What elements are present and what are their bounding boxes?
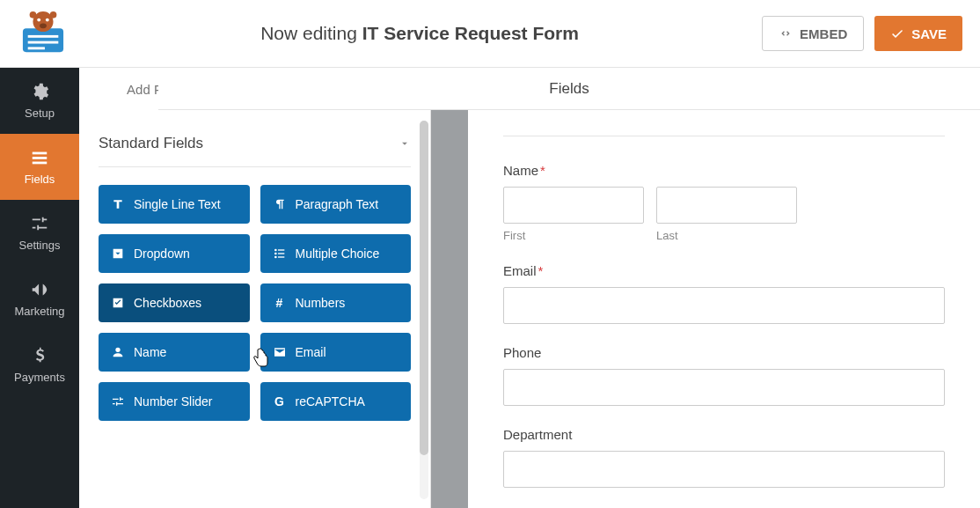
side-nav: Setup Fields Settings Marketing Payments: [0, 68, 79, 508]
first-sublabel: First: [503, 229, 644, 242]
nav-setup[interactable]: Setup: [0, 68, 79, 134]
nav-settings-label: Settings: [19, 239, 61, 252]
preview-field-email[interactable]: Email*: [503, 263, 945, 324]
svg-rect-1: [28, 35, 59, 38]
svg-point-17: [274, 256, 277, 259]
scrollbar-thumb[interactable]: [420, 121, 428, 455]
last-sublabel: Last: [656, 229, 797, 242]
user-icon: [111, 345, 125, 359]
embed-button[interactable]: EMBED: [762, 16, 864, 51]
department-input[interactable]: [503, 451, 945, 488]
nav-payments-label: Payments: [14, 371, 65, 384]
department-label: Department: [503, 427, 945, 442]
sliders-icon: [30, 214, 49, 233]
field-multiple-choice[interactable]: Multiple Choice: [260, 234, 412, 273]
svg-rect-12: [33, 162, 48, 165]
list-icon: [30, 148, 49, 167]
svg-rect-10: [33, 152, 48, 155]
svg-point-6: [46, 18, 49, 22]
svg-rect-11: [33, 157, 48, 159]
svg-point-13: [274, 249, 277, 252]
svg-point-9: [50, 11, 57, 18]
field-number-slider[interactable]: Number Slider: [99, 382, 250, 421]
field-numbers[interactable]: # Numbers: [260, 283, 412, 322]
last-name-input[interactable]: [656, 187, 797, 224]
sliders-h-icon: [111, 394, 125, 409]
embed-label: EMBED: [800, 26, 847, 41]
form-title-divider: [503, 110, 945, 136]
svg-rect-14: [278, 249, 284, 250]
save-label: SAVE: [911, 26, 947, 41]
envelope-icon: [273, 345, 287, 359]
nav-payments[interactable]: Payments: [0, 332, 79, 398]
google-icon: G: [273, 394, 287, 409]
email-input[interactable]: [503, 287, 945, 324]
form-preview: Name* First Last Email* Phone: [468, 110, 980, 508]
field-checkboxes[interactable]: Checkboxes: [99, 283, 250, 322]
nav-marketing[interactable]: Marketing: [0, 266, 79, 332]
field-paragraph-text[interactable]: Paragraph Text: [260, 185, 412, 224]
first-name-input[interactable]: [503, 187, 644, 224]
field-recaptcha[interactable]: G reCAPTCHA: [260, 382, 412, 421]
nav-settings[interactable]: Settings: [0, 200, 79, 266]
svg-point-8: [30, 11, 37, 18]
svg-rect-18: [278, 256, 284, 257]
dollar-icon: [30, 346, 49, 365]
svg-rect-2: [28, 41, 59, 44]
paragraph-icon: [273, 197, 287, 211]
nav-fields-label: Fields: [25, 173, 55, 186]
svg-point-7: [40, 23, 47, 28]
preview-field-name[interactable]: Name* First Last: [503, 163, 945, 242]
check-icon: [890, 26, 904, 40]
gear-icon: [30, 82, 49, 101]
section-title: Standard Fields: [99, 135, 203, 152]
preview-field-phone[interactable]: Phone: [503, 345, 945, 406]
field-dropdown[interactable]: Dropdown: [99, 234, 250, 273]
fields-panel: Add Fields Field Options Standard Fields…: [79, 68, 431, 508]
subheader: Fields: [158, 68, 980, 110]
caret-square-down-icon: [111, 247, 125, 261]
wpforms-logo: [18, 11, 69, 55]
text-icon: [111, 197, 125, 211]
section-standard-fields[interactable]: Standard Fields: [99, 135, 411, 167]
field-email[interactable]: Email: [260, 333, 412, 372]
chevron-down-icon: [399, 137, 411, 150]
svg-point-5: [37, 18, 40, 22]
nav-marketing-label: Marketing: [14, 305, 64, 318]
svg-rect-3: [28, 47, 45, 49]
field-name[interactable]: Name: [99, 333, 250, 372]
editing-title: Now editing IT Service Request Form: [77, 23, 762, 44]
field-single-line-text[interactable]: Single Line Text: [99, 185, 250, 224]
save-button[interactable]: SAVE: [874, 16, 962, 51]
code-icon: [779, 26, 793, 40]
email-label: Email*: [503, 263, 945, 278]
list-ul-icon: [273, 247, 287, 261]
name-label: Name*: [503, 163, 945, 178]
check-square-icon: [111, 296, 125, 310]
svg-point-15: [274, 253, 277, 255]
hash-icon: #: [273, 296, 287, 310]
bullhorn-icon: [30, 280, 49, 299]
svg-rect-16: [278, 253, 284, 254]
phone-label: Phone: [503, 345, 945, 360]
preview-field-department[interactable]: Department: [503, 427, 945, 488]
phone-input[interactable]: [503, 369, 945, 406]
nav-fields[interactable]: Fields: [0, 134, 79, 200]
nav-setup-label: Setup: [25, 107, 55, 120]
